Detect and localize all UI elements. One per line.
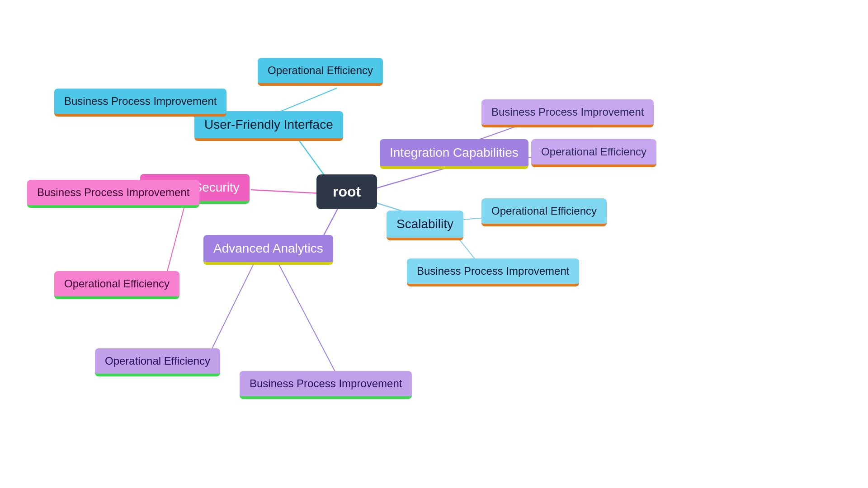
- node-aa-bpi[interactable]: Business Process Improvement: [240, 371, 412, 399]
- node-scalability[interactable]: Scalability: [387, 211, 463, 240]
- node-integration-capabilities[interactable]: Integration Capabilities: [380, 139, 528, 169]
- node-sc-bpi[interactable]: Business Process Improvement: [407, 258, 579, 286]
- mindmap-connections: [0, 0, 868, 488]
- node-uf-oe[interactable]: Operational Efficiency: [258, 58, 383, 86]
- node-advanced-analytics[interactable]: Advanced Analytics: [203, 235, 333, 265]
- root-node[interactable]: root: [316, 174, 377, 209]
- svg-line-10: [276, 258, 344, 388]
- node-ic-bpi[interactable]: Business Process Improvement: [481, 99, 654, 127]
- node-rs-bpi[interactable]: Business Process Improvement: [27, 180, 199, 208]
- node-ic-oe[interactable]: Operational Efficiency: [531, 139, 656, 167]
- node-sc-oe[interactable]: Operational Efficiency: [481, 198, 607, 226]
- node-rs-oe[interactable]: Operational Efficiency: [54, 271, 179, 299]
- node-aa-oe[interactable]: Operational Efficiency: [95, 348, 220, 376]
- node-uf-bpi[interactable]: Business Process Improvement: [54, 89, 226, 117]
